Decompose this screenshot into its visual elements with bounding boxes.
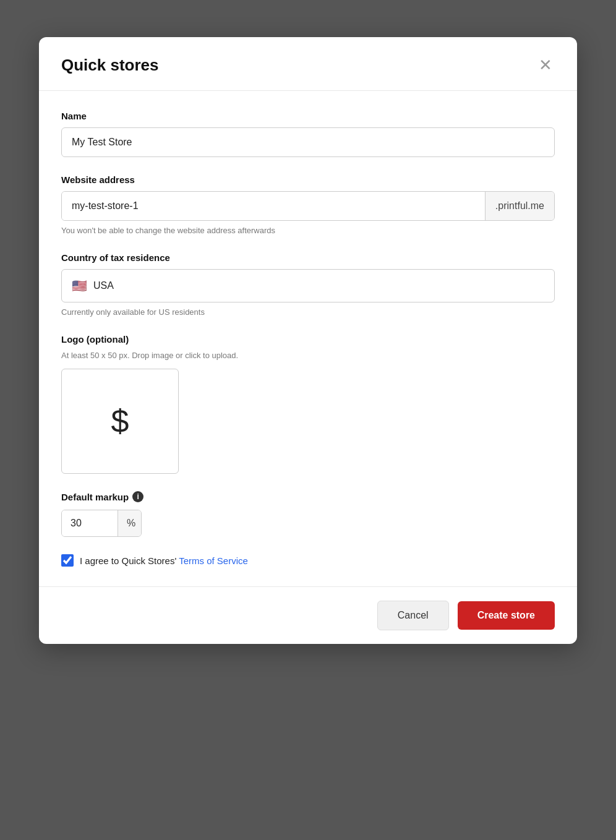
website-group: Website address .printful.me You won't b… (61, 174, 555, 235)
close-button[interactable]: ✕ (536, 54, 555, 75)
website-row: .printful.me (61, 191, 555, 221)
cancel-button[interactable]: Cancel (377, 601, 449, 630)
logo-group: Logo (optional) At least 50 x 50 px. Dro… (61, 334, 555, 474)
markup-group: Default markup i % (61, 491, 555, 537)
close-icon: ✕ (539, 57, 552, 73)
markup-label-row: Default markup i (61, 491, 555, 502)
logo-hint: At least 50 x 50 px. Drop image or click… (61, 351, 555, 360)
website-suffix: .printful.me (485, 192, 554, 220)
dollar-icon: $ (111, 403, 129, 440)
modal-title: Quick stores (61, 56, 159, 75)
quick-stores-modal: Quick stores ✕ Name Website address .pri… (39, 37, 577, 644)
website-label: Website address (61, 174, 555, 185)
country-label: Country of tax residence (61, 252, 555, 263)
markup-suffix: % (118, 510, 142, 536)
tos-link[interactable]: Terms of Service (179, 555, 248, 566)
markup-input-wrapper: % (61, 510, 142, 537)
tos-agree-text: I agree to Quick Stores' (80, 555, 176, 566)
website-input[interactable] (62, 192, 485, 220)
country-hint: Currently only available for US resident… (61, 307, 555, 317)
country-value: USA (93, 280, 114, 291)
markup-label: Default markup (61, 492, 129, 502)
name-group: Name (61, 111, 555, 157)
modal-body: Name Website address .printful.me You wo… (39, 91, 577, 586)
website-hint: You won't be able to change the website … (61, 226, 555, 235)
name-input[interactable] (61, 127, 555, 157)
tos-row: I agree to Quick Stores' Terms of Servic… (61, 554, 555, 567)
modal-header: Quick stores ✕ (39, 37, 577, 91)
tos-label[interactable]: I agree to Quick Stores' Terms of Servic… (80, 555, 248, 566)
usa-flag-icon: 🇺🇸 (72, 278, 87, 293)
modal-footer: Cancel Create store (39, 586, 577, 644)
country-group: Country of tax residence 🇺🇸 USA Currentl… (61, 252, 555, 317)
create-store-button[interactable]: Create store (458, 601, 555, 630)
tos-checkbox[interactable] (61, 554, 74, 567)
logo-label: Logo (optional) (61, 334, 555, 345)
name-label: Name (61, 111, 555, 121)
markup-input[interactable] (62, 510, 118, 536)
country-selector[interactable]: 🇺🇸 USA (61, 269, 555, 302)
logo-upload-area[interactable]: $ (61, 369, 179, 474)
info-icon[interactable]: i (132, 491, 143, 502)
